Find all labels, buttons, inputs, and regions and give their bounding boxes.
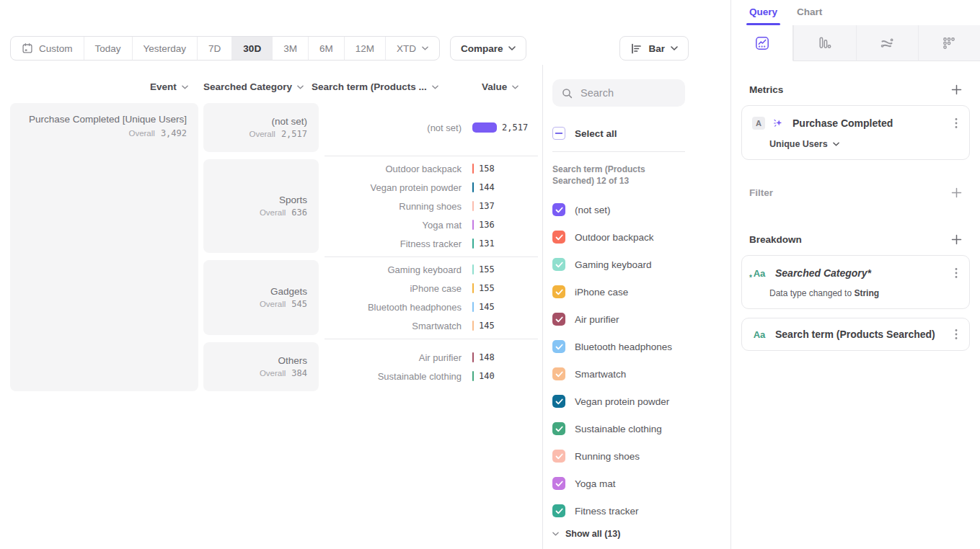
legend-item[interactable]: Smartwatch: [552, 360, 730, 388]
term-label: Gaming keyboard: [325, 264, 462, 275]
legend-search[interactable]: [552, 79, 685, 107]
term-row[interactable]: (not set)2,517: [325, 118, 538, 137]
value-bar[interactable]: [472, 164, 474, 174]
value-bar[interactable]: [472, 220, 474, 230]
legend-item[interactable]: Outdoor backpack: [552, 223, 730, 251]
term-row[interactable]: Gaming keyboard155: [325, 260, 538, 279]
event-cell[interactable]: Purchase Completed [Unique Users] Overal…: [10, 103, 198, 391]
value-bar[interactable]: [472, 321, 474, 331]
legend-item[interactable]: (not set): [552, 196, 730, 223]
column-header-value[interactable]: Value: [482, 81, 518, 92]
date-range-30d[interactable]: 30D: [232, 37, 273, 60]
series-checkbox[interactable]: [552, 313, 565, 326]
value-text: 136: [479, 220, 495, 230]
metric-aggregation-dropdown[interactable]: Unique Users: [769, 139, 959, 149]
term-row[interactable]: Yoga mat136: [325, 215, 538, 234]
show-all-button[interactable]: Show all (13): [552, 529, 730, 539]
series-checkbox[interactable]: [552, 231, 565, 244]
series-checkbox[interactable]: [552, 395, 565, 408]
category-cell[interactable]: OthersOverall384: [203, 342, 319, 391]
term-row[interactable]: Vegan protein powder144: [325, 178, 538, 197]
date-range-custom[interactable]: Custom: [11, 37, 84, 60]
series-checkbox[interactable]: [552, 258, 565, 271]
date-range-6m[interactable]: 6M: [309, 37, 345, 60]
category-cell[interactable]: GadgetsOverall545: [203, 260, 319, 335]
value-bar[interactable]: [472, 371, 474, 381]
calendar-icon: [22, 43, 33, 54]
add-metric-button[interactable]: [951, 84, 962, 95]
term-row[interactable]: Air purifier148: [325, 348, 538, 367]
bar-wrap: 137: [472, 201, 495, 211]
date-range-today[interactable]: Today: [84, 37, 133, 60]
series-checkbox[interactable]: [552, 504, 565, 517]
value-bar[interactable]: [472, 122, 497, 133]
date-range-yesterday[interactable]: Yesterday: [133, 37, 198, 60]
date-range-3m[interactable]: 3M: [273, 37, 309, 60]
series-checkbox[interactable]: [552, 285, 565, 298]
search-input[interactable]: [579, 86, 673, 99]
date-range-label: Custom: [39, 43, 73, 54]
date-range-7d[interactable]: 7D: [198, 37, 232, 60]
chart-type-button[interactable]: Bar: [619, 36, 689, 61]
value-bar[interactable]: [472, 302, 474, 312]
legend-item[interactable]: Sustainable clothing: [552, 415, 730, 442]
date-range-label: 12M: [356, 43, 374, 54]
add-breakdown-button[interactable]: [951, 234, 962, 245]
legend-item[interactable]: Gaming keyboard: [552, 251, 730, 278]
breakdown-card-searched-category[interactable]: Aa* Searched Category* Data type changed…: [741, 255, 970, 309]
value-bar[interactable]: [472, 182, 474, 192]
value-bar[interactable]: [472, 201, 474, 211]
date-range-xtd[interactable]: XTD: [386, 37, 439, 60]
legend-item[interactable]: Fitness tracker: [552, 497, 730, 525]
series-checkbox[interactable]: [552, 367, 565, 380]
category-cell[interactable]: (not set)Overall2,517: [203, 103, 319, 152]
value-bar[interactable]: [472, 264, 474, 274]
column-header-searched-category[interactable]: Searched Category: [203, 81, 304, 92]
kebab-menu-icon[interactable]: [953, 266, 959, 280]
tab-funnels[interactable]: [793, 25, 855, 61]
legend-item[interactable]: iPhone case: [552, 278, 730, 305]
add-filter-button[interactable]: [951, 187, 962, 198]
tab-insights[interactable]: [731, 25, 793, 61]
tab-chart[interactable]: Chart: [797, 6, 822, 25]
term-row[interactable]: Outdoor backpack158: [325, 159, 538, 178]
indeterminate-checkbox[interactable]: [552, 127, 565, 140]
series-checkbox[interactable]: [552, 422, 565, 435]
term-row[interactable]: Running shoes137: [325, 197, 538, 215]
legend-item[interactable]: Yoga mat: [552, 470, 730, 497]
term-row[interactable]: Bluetooth headphones145: [325, 298, 538, 316]
event-overall: Overall3,492: [22, 128, 187, 138]
date-range-12m[interactable]: 12M: [345, 37, 386, 60]
column-header-search-term[interactable]: Search term (Products ...: [312, 81, 438, 92]
column-header-event[interactable]: Event: [150, 81, 188, 92]
term-row[interactable]: Sustainable clothing140: [325, 367, 538, 385]
metric-card[interactable]: A Purchase Completed Unique Users: [741, 105, 970, 160]
kebab-menu-icon[interactable]: [953, 116, 959, 130]
metrics-heading: Metrics: [749, 84, 783, 95]
value-bar[interactable]: [472, 352, 474, 362]
series-checkbox[interactable]: [552, 477, 565, 490]
legend-item[interactable]: Bluetooth headphones: [552, 333, 730, 360]
value-bar[interactable]: [472, 238, 474, 249]
series-checkbox[interactable]: [552, 203, 565, 216]
legend-item[interactable]: Running shoes: [552, 442, 730, 470]
term-row[interactable]: Smartwatch145: [325, 316, 538, 335]
series-checkbox[interactable]: [552, 340, 565, 353]
breakdown-card-search-term[interactable]: Aa Search term (Products Searched): [741, 318, 970, 351]
tab-retention[interactable]: [918, 25, 980, 61]
legend-item[interactable]: Vegan protein powder: [552, 388, 730, 415]
query-builder-sidebar: Query Chart: [730, 0, 980, 549]
term-row[interactable]: iPhone case155: [325, 279, 538, 298]
legend-item[interactable]: Air purifier: [552, 305, 730, 333]
overall-label: Overall: [260, 300, 286, 308]
value-text: 145: [479, 302, 495, 312]
term-row[interactable]: Fitness tracker131: [325, 234, 538, 253]
series-checkbox[interactable]: [552, 450, 565, 463]
select-all-row[interactable]: Select all: [552, 127, 730, 140]
value-bar[interactable]: [472, 283, 474, 293]
tab-query[interactable]: Query: [749, 6, 777, 25]
compare-button[interactable]: Compare: [450, 36, 527, 61]
kebab-menu-icon[interactable]: [953, 327, 959, 342]
tab-flows[interactable]: [856, 25, 918, 61]
category-cell[interactable]: SportsOverall636: [203, 159, 319, 253]
